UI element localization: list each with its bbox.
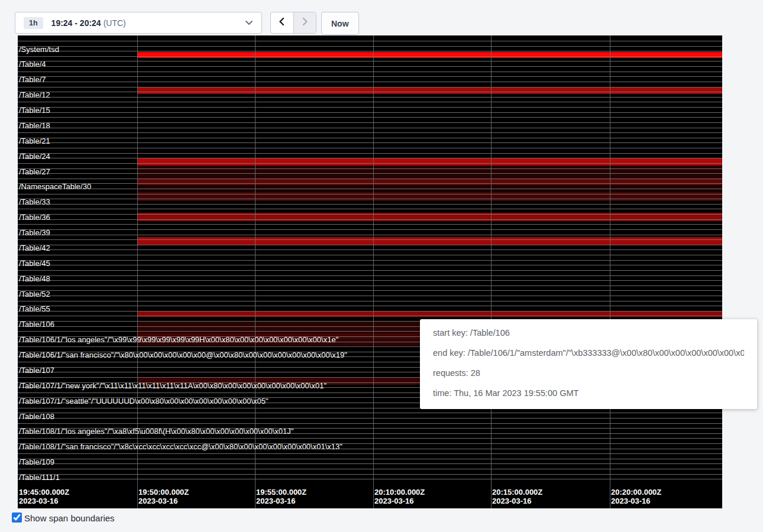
- span-boundary-line: [18, 128, 722, 128]
- span-boundary-line: [18, 117, 722, 118]
- span-boundary-line: [18, 438, 722, 439]
- x-axis-tick: 20:15:00.000Z2023-03-16: [492, 488, 542, 505]
- row-label: /Table/106: [19, 320, 54, 328]
- span-boundary-line: [18, 142, 722, 143]
- row-label: /Table/39: [19, 229, 50, 236]
- span-boundary-line: [18, 280, 722, 281]
- row-label: /Table/108/1/"san francisco"/"\x8c\xcc\x…: [19, 443, 342, 450]
- span-boundary-line: [18, 204, 722, 205]
- span-boundary-line: [18, 138, 722, 138]
- span-boundary-line: [18, 413, 722, 413]
- span-boundary-line: [18, 316, 722, 316]
- span-boundary-line: [18, 463, 722, 464]
- next-range-button[interactable]: [293, 12, 316, 33]
- span-boundary-line: [18, 189, 722, 189]
- span-boundary-line: [18, 183, 722, 184]
- row-label: /Table/45: [19, 259, 50, 267]
- span-boundary-line: [18, 270, 722, 271]
- span-boundary-line: [18, 153, 722, 154]
- span-boundary-line: [18, 173, 722, 174]
- row-label: /Table/12: [19, 91, 50, 99]
- range-text: 19:24 - 20:24: [51, 18, 101, 28]
- show-span-boundaries-label: Show span boundaries: [24, 513, 115, 523]
- row-label: /Table/15: [19, 106, 50, 114]
- x-axis-tick: 20:10:00.000Z2023-03-16: [374, 488, 425, 505]
- range-duration-badge: 1h: [24, 17, 43, 29]
- row-label: /Table/108/1/"los angeles"/"\xa8\xf5\u00…: [19, 427, 293, 435]
- keyvis-canvas[interactable]: /System/tsd/Table/4/Table/7/Table/12/Tab…: [18, 35, 722, 508]
- tooltip-end-key: end key: /Table/106/1/"amsterdam"/"\xb33…: [433, 343, 744, 363]
- span-boundary-line: [18, 163, 722, 164]
- span-boundary-line: [18, 469, 722, 469]
- keyvis-tooltip: start key: /Table/106 end key: /Table/10…: [420, 319, 757, 409]
- span-boundary-line: [18, 168, 722, 169]
- row-label: /Table/108: [19, 413, 54, 420]
- span-boundary-line: [18, 76, 722, 77]
- span-boundary-line: [18, 66, 722, 67]
- span-boundary-line: [18, 107, 722, 108]
- time-gridline: [610, 35, 610, 508]
- row-label: /Table/106/1/"los angeles"/"\x99\x99\x99…: [19, 336, 338, 343]
- time-gridline: [373, 35, 374, 508]
- span-boundary-line: [18, 179, 722, 179]
- heat-band[interactable]: [137, 158, 722, 166]
- span-boundary-line: [18, 41, 722, 41]
- span-boundary-line: [18, 224, 722, 225]
- row-label: /Table/107: [19, 366, 54, 374]
- time-gridline: [491, 35, 492, 508]
- span-boundary-line: [18, 61, 722, 61]
- row-label: /Table/33: [19, 198, 50, 206]
- span-boundary-line: [18, 301, 722, 301]
- span-boundary-line: [18, 102, 722, 102]
- show-span-boundaries-checkbox[interactable]: [12, 512, 22, 523]
- span-boundary-line: [18, 51, 722, 51]
- tooltip-start-key: start key: /Table/106: [433, 323, 744, 343]
- span-boundary-line: [18, 235, 722, 235]
- heat-band[interactable]: [137, 166, 722, 179]
- prev-range-button[interactable]: [271, 12, 293, 33]
- span-boundary-line: [18, 112, 722, 113]
- row-label: /Table/21: [19, 137, 50, 145]
- span-boundary-line: [18, 311, 722, 312]
- span-boundary-line: [18, 459, 722, 459]
- span-boundary-line: [18, 260, 722, 261]
- span-boundary-line: [18, 209, 722, 209]
- span-boundary-line: [18, 194, 722, 194]
- span-boundary-line: [18, 249, 722, 250]
- row-label: /Table/48: [19, 275, 50, 283]
- heat-band[interactable]: [137, 237, 722, 245]
- heat-band[interactable]: [137, 52, 722, 58]
- row-label: /Table/18: [19, 122, 50, 129]
- span-boundary-line: [18, 72, 722, 72]
- span-boundary-line: [18, 290, 722, 291]
- row-label: /Table/42: [19, 244, 50, 252]
- time-gridline: [255, 35, 256, 508]
- span-boundary-line: [18, 82, 722, 82]
- row-label: /Table/4: [19, 60, 46, 68]
- row-label: /Table/109: [19, 458, 54, 466]
- span-boundary-line: [18, 199, 722, 199]
- x-axis-tick: 19:50:00.000Z2023-03-16: [138, 488, 189, 505]
- span-boundary-line: [18, 474, 722, 475]
- heat-band[interactable]: [137, 87, 722, 94]
- span-boundary-line: [18, 97, 722, 98]
- span-boundary-line: [18, 56, 722, 57]
- span-boundary-line: [18, 255, 722, 255]
- span-boundary-line: [18, 229, 722, 230]
- time-gridline: [137, 35, 138, 508]
- span-boundary-line: [18, 158, 722, 158]
- x-axis-tick: 19:45:00.000Z2023-03-16: [19, 488, 69, 505]
- time-range-dropdown[interactable]: 1h 19:24 - 20:24 (UTC): [15, 12, 262, 34]
- row-label: /Table/27: [19, 168, 50, 176]
- x-axis-tick: 19:55:00.000Z2023-03-16: [256, 488, 306, 505]
- chevron-left-icon: [277, 17, 286, 28]
- span-boundary-line: [18, 423, 722, 424]
- span-boundary-line: [18, 92, 722, 92]
- time-nav-button-group: [270, 12, 316, 34]
- span-boundary-line: [18, 296, 722, 296]
- now-button[interactable]: Now: [321, 12, 359, 35]
- tooltip-time: time: Thu, 16 Mar 2023 19:55:00 GMT: [433, 383, 744, 403]
- row-label: /Table/7: [19, 76, 46, 83]
- row-label: /System/tsd: [19, 46, 59, 53]
- span-boundary-line: [18, 286, 722, 286]
